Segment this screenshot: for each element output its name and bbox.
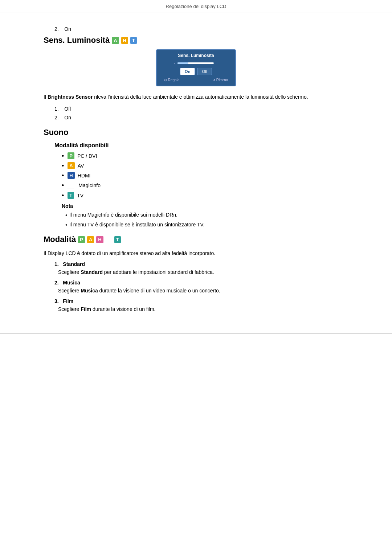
modalita-description: Il Display LCD è dotato di un amplificat… (44, 249, 348, 257)
page-container: Regolazione del display LCD 2. On Sens. … (0, 0, 392, 554)
item-2-on-top: 2. On (54, 26, 348, 32)
sens-item-1: 1. Off (54, 106, 348, 112)
modalita-heading: Modalità P A H T (44, 235, 348, 244)
sens-luminosita-title: Sens. Luminosità (44, 36, 110, 45)
mode-magicinfo: • MagicInfo (62, 182, 348, 189)
nota-bullet-1: • (65, 212, 67, 219)
mode-magicinfo-label: MagicInfo (78, 182, 101, 188)
modalita-disponibili-heading: Modalità disponibili (54, 142, 348, 149)
badge-P: P (68, 152, 74, 159)
sens-luminosita-heading: Sens. Luminosità A H T (44, 36, 348, 45)
osd-slider-fill (177, 62, 188, 64)
badge-A-av: A (68, 162, 74, 169)
osd-slider-track (177, 62, 214, 64)
badge-A-modalita: A (87, 236, 94, 243)
modalita-section: Modalità P A H T Il Display LCD è dotato… (44, 235, 348, 313)
mode-pc-dvi-label: PC / DVI (77, 153, 97, 159)
bullet-dot-pc: • (62, 153, 64, 159)
nota-item-2: • Il menu TV è disponibile se è installa… (65, 221, 348, 229)
sens-item-2: 2. On (54, 115, 348, 120)
badge-H: H (121, 37, 128, 44)
modalita-item-2: 2. Musica Scegliere Musica durante la vi… (54, 280, 348, 295)
osd-footer: ⊙ Regola ↺ Ritorno (164, 78, 228, 82)
modalita-title: Modalità (44, 235, 76, 244)
sens-item-2-number: 2. (54, 115, 59, 120)
badge-magicinfo-empty (67, 182, 74, 189)
nota-text-2: Il menu TV è disponibile se è installato… (69, 221, 205, 229)
suono-title: Suono (44, 128, 68, 137)
osd-buttons-row: On Off (164, 68, 228, 75)
bullet-dot-av: • (62, 163, 64, 169)
modalita-item-2-label: 2. Musica (54, 280, 348, 286)
badge-empty-modalita (105, 236, 112, 243)
item2-label: On (64, 26, 71, 32)
bottom-border (0, 333, 392, 334)
sens-item-1-number: 1. (54, 106, 59, 112)
osd-btn-on[interactable]: On (180, 68, 195, 75)
mode-av: • A AV (62, 162, 348, 169)
nota-text-1: Il menu MagicInfo è disponibile sui mode… (69, 211, 177, 219)
bullet-dot-hdmi: • (62, 172, 64, 179)
nota-item-1: • Il menu MagicInfo è disponibile sui mo… (65, 211, 348, 219)
osd-btn-off[interactable]: Off (197, 68, 212, 75)
mode-tv: • T TV (62, 192, 348, 199)
mode-hdmi-label: HDMI (78, 173, 91, 178)
osd-container: Sens. Luminosità - + On Off ⊙ Regola ↺ R… (44, 49, 348, 86)
badge-T-tv: T (68, 192, 74, 199)
nota-bullet-2: • (65, 221, 67, 229)
mode-pc-dvi: • P PC / DVI (62, 152, 348, 159)
bullet-dot-magic: • (62, 182, 64, 189)
badge-H-hdmi: H (68, 172, 74, 179)
suono-section: Suono Modalità disponibili • P PC / DVI … (44, 128, 348, 229)
modalita-item-3-label: 3. Film (54, 298, 348, 304)
osd-title: Sens. Luminosità (164, 53, 228, 58)
modalita-item-3: 3. Film Scegliere Film durante la vision… (54, 298, 348, 313)
osd-plus: + (216, 61, 218, 65)
badge-H-modalita: H (96, 236, 103, 243)
osd-footer-right: ↺ Ritorno (212, 78, 228, 82)
sens-item-2-label: On (64, 115, 71, 120)
sens-item-1-label: Off (64, 106, 71, 112)
modalita-item-1-desc: Scegliere Standard per adottare le impos… (58, 268, 348, 276)
content-area: 2. On Sens. Luminosità A H T Sens. Lumin… (0, 12, 392, 323)
modalita-item-3-desc: Scegliere Film durante la visione di un … (58, 305, 348, 313)
mode-av-label: AV (78, 163, 84, 169)
page-title-text: Regolazione del display LCD (166, 4, 226, 9)
nota-title: Nota (62, 203, 348, 209)
badge-T: T (130, 37, 137, 44)
item2-number: 2. (54, 26, 59, 32)
bullet-dot-tv: • (62, 192, 64, 199)
osd-minus: - (174, 61, 175, 65)
page-title: Regolazione del display LCD (0, 0, 392, 12)
sens-description: Il Brightness Sensor rileva l'intensità … (44, 93, 348, 101)
modalita-item-1-label: 1. Standard (54, 261, 348, 267)
badge-A: A (112, 37, 119, 44)
mode-hdmi: • H HDMI (62, 172, 348, 179)
badge-T-modalita: T (114, 236, 121, 243)
suono-heading: Suono (44, 128, 348, 137)
osd-footer-left: ⊙ Regola (164, 78, 179, 82)
osd-slider-row: - + (164, 61, 228, 65)
modalita-item-1: 1. Standard Scegliere Standard per adott… (54, 261, 348, 276)
badge-P-modalita: P (78, 236, 85, 243)
osd-box: Sens. Luminosità - + On Off ⊙ Regola ↺ R… (156, 49, 236, 86)
nota-section: Nota • Il menu MagicInfo è disponibile s… (62, 203, 348, 229)
mode-tv-label: TV (77, 193, 83, 198)
modalita-item-2-desc: Scegliere Musica durante la visione di u… (58, 287, 348, 295)
